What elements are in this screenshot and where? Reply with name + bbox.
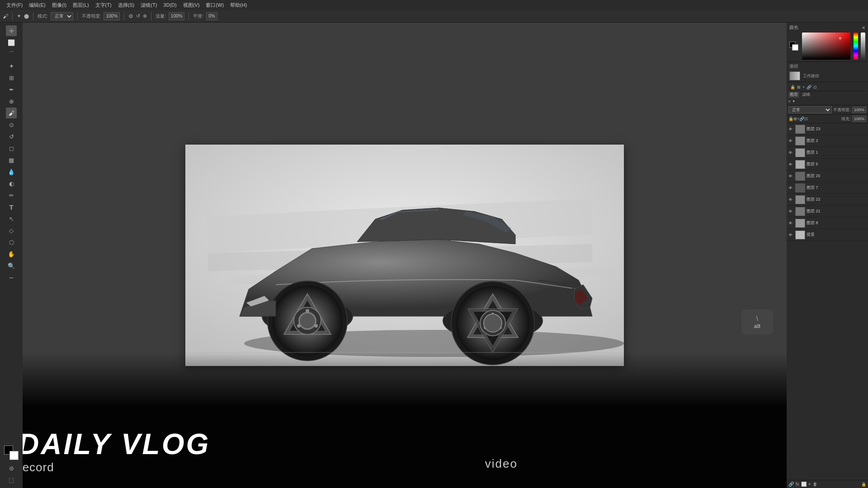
layer-eye-icon[interactable]: 👁 [788, 127, 794, 131]
color-selector[interactable] [4, 446, 19, 460]
toolbar-smooth-value[interactable]: 0% [206, 12, 217, 20]
alpha-strip[interactable] [861, 33, 865, 60]
tool-text[interactable]: T [6, 202, 17, 212]
tool-3d[interactable]: ⬡ [6, 237, 17, 248]
tool-brush[interactable]: 🖌 [6, 108, 17, 118]
menu-filter[interactable]: 滤镜(T) [138, 1, 160, 9]
layer-eye-icon[interactable]: 👁 [788, 150, 794, 155]
color-gradient[interactable] [802, 33, 850, 60]
layer-eye-icon[interactable]: 👁 [788, 233, 794, 237]
svg-point-12 [299, 313, 316, 329]
gradient-panel: 渐径 工作路径 [787, 62, 868, 82]
add-style-btn[interactable]: fx [796, 482, 799, 487]
toolbar-toggle2[interactable]: ⊕ [143, 13, 147, 19]
lock-icon[interactable]: 🔒 [861, 482, 866, 487]
tool-hand[interactable]: ✋ [6, 249, 17, 259]
tool-gradient[interactable]: ▦ [6, 155, 17, 165]
layer-row[interactable]: 👁背景 [787, 229, 868, 241]
new-layer-btn[interactable]: + [808, 482, 811, 487]
toolbar-brush-preset[interactable]: ▼ [17, 14, 21, 19]
color-panel-collapse[interactable]: ✕ [862, 25, 865, 30]
menu-text[interactable]: 文字(T) [93, 1, 114, 9]
tool-eyedropper[interactable]: ✒ [6, 84, 17, 95]
blend-mode-dropdown[interactable]: 正常 [788, 106, 832, 113]
toolbar-toggle1[interactable]: ↺ [136, 13, 140, 19]
layer-row[interactable]: 👁图层 7 [787, 182, 868, 194]
tool-eraser[interactable]: ◻ [6, 143, 17, 154]
fill-value[interactable]: 100% [852, 116, 866, 122]
tool-dodge[interactable]: ◐ [6, 178, 17, 189]
layer-artboard-icon[interactable]: ⊡ [813, 85, 817, 89]
tool-shape[interactable]: ◇ [6, 225, 17, 236]
fg-bg-color[interactable] [789, 42, 798, 51]
opacity-value[interactable]: 100% [852, 107, 866, 113]
menu-layer[interactable]: 图层(L) [70, 1, 91, 9]
layer-row[interactable]: 👁图层 2 [787, 135, 868, 147]
menu-file[interactable]: 文件(F) [4, 1, 25, 9]
layer-kind-icon[interactable]: ≡ [788, 99, 791, 103]
tool-lasso[interactable]: ⌒ [6, 49, 17, 60]
layer-row[interactable]: 👁图层 5 [787, 159, 868, 170]
layer-row[interactable]: 👁图层 23 [787, 123, 868, 135]
link-layers-btn[interactable]: 🔗 [788, 482, 794, 487]
layer-eye-icon[interactable]: 👁 [788, 174, 794, 178]
svg-point-25 [484, 314, 502, 332]
menu-window[interactable]: 窗口(W) [203, 1, 226, 9]
layer-row[interactable]: 👁图层 22 [787, 194, 868, 206]
menu-help[interactable]: 帮助(H) [227, 1, 250, 9]
layer-eye-icon[interactable]: 👁 [788, 139, 794, 143]
tool-zoom[interactable]: 🔍 [6, 260, 17, 271]
layer-name-label: 背景 [807, 232, 815, 238]
toolbar-brush-icon[interactable]: 🖌 [3, 13, 8, 19]
tool-pen[interactable]: ✏ [6, 190, 17, 201]
toolbar-options-icon[interactable]: ⚙ [128, 13, 133, 19]
layer-eye-icon[interactable]: 👁 [788, 162, 794, 167]
toolbar-smooth-label: 平滑: [193, 13, 203, 19]
toolbar-flow-value[interactable]: 100% [169, 12, 185, 20]
tool-heal[interactable]: ⊕ [6, 96, 17, 107]
layer-type-dropdown[interactable]: ▼ [792, 99, 796, 103]
gradient-swatch[interactable] [789, 71, 800, 80]
layer-eye-icon[interactable]: 👁 [788, 209, 794, 214]
layer-link-icon[interactable]: 🔗 [807, 85, 811, 89]
layer-eye-icon[interactable]: 👁 [788, 197, 794, 202]
layer-row[interactable]: 👁图层 8 [787, 217, 868, 229]
tool-move[interactable]: ✛ [6, 25, 17, 36]
menu-select[interactable]: 选择(S) [115, 1, 137, 9]
toolbar-brush-options[interactable]: ⬤ [24, 14, 29, 19]
layer-eye-icon[interactable]: 👁 [788, 186, 794, 190]
layer-row[interactable]: 👁图层 21 [787, 206, 868, 217]
tab-filter[interactable]: 滤镜 [801, 91, 811, 98]
tool-clone[interactable]: ⊙ [6, 119, 17, 130]
toolbar-mode-dropdown[interactable]: 正常 [51, 12, 73, 20]
tool-history-brush[interactable]: ↺ [6, 131, 17, 142]
menu-view[interactable]: 视图(V) [180, 1, 203, 9]
tool-path-select[interactable]: ↖ [6, 213, 17, 224]
menu-3d[interactable]: 3D(D) [160, 1, 179, 9]
tool-quick-mask[interactable]: ⊜ [6, 463, 17, 474]
layer-eye-icon[interactable]: 👁 [788, 221, 794, 225]
layer-pixel-icon[interactable]: + [802, 85, 805, 89]
menu-edit[interactable]: 编辑(E) [26, 1, 48, 9]
layer-fill-icon[interactable]: ⊠ [797, 85, 801, 89]
layers-list: 👁图层 23👁图层 2👁图层 1👁图层 5👁图层 20👁图层 7👁图层 22👁图… [787, 123, 868, 480]
tool-screen-mode[interactable]: ⬚ [6, 474, 17, 485]
canvas-document [185, 145, 624, 366]
menu-image[interactable]: 图像(I) [49, 1, 69, 9]
add-mask-btn[interactable]: ⬜ [801, 482, 807, 487]
layer-row[interactable]: 👁图层 20 [787, 170, 868, 182]
tool-magic-wand[interactable]: ✦ [6, 61, 17, 71]
tool-crop[interactable]: ⊞ [6, 72, 17, 83]
tool-marquee[interactable]: ⬜ [6, 37, 17, 48]
layer-lock-icon[interactable]: 🔒 [790, 85, 795, 89]
hue-strip[interactable] [854, 33, 858, 60]
tab-layers[interactable]: 图层 [788, 91, 799, 98]
tool-blur[interactable]: 💧 [6, 166, 17, 177]
delete-layer-btn[interactable]: 🗑 [813, 482, 817, 487]
layer-tabs: 图层 滤镜 [788, 91, 866, 98]
tool-more[interactable]: ••• [6, 272, 17, 283]
layer-row[interactable]: 👁图层 1 [787, 147, 868, 159]
daily-vlog-title: DAILY VLOG [18, 430, 210, 459]
toolbar-sep-2 [33, 12, 33, 20]
toolbar-opacity-value[interactable]: 100% [104, 12, 120, 20]
